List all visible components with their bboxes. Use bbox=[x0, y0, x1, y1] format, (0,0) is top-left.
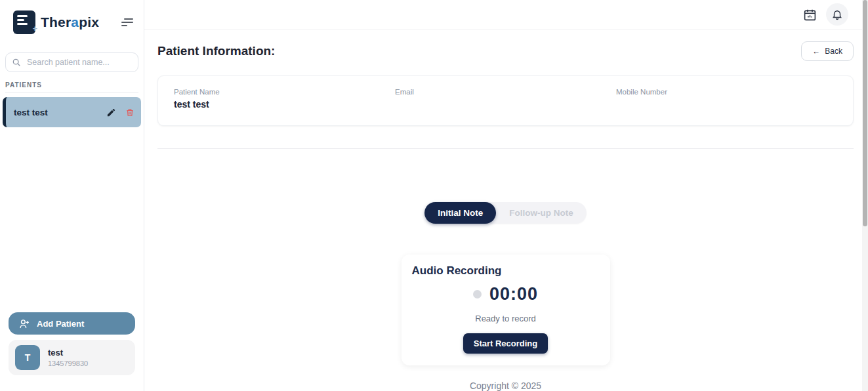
brand-part-3: pix bbox=[79, 14, 99, 30]
profile-info: test 1345799830 bbox=[48, 348, 88, 367]
field-value bbox=[616, 99, 837, 110]
field-value bbox=[395, 99, 616, 110]
field-patient-name: Patient Name test test bbox=[174, 88, 395, 110]
start-recording-button[interactable]: Start Recording bbox=[463, 333, 548, 354]
brand-part-2: a bbox=[71, 14, 79, 30]
section-divider bbox=[157, 148, 854, 149]
tab-follow-up-note[interactable]: Follow-up Note bbox=[496, 202, 586, 224]
timer-row: 00:00 bbox=[412, 284, 600, 304]
field-label: Email bbox=[395, 88, 616, 96]
content: Patient Information: ← Back Patient Name… bbox=[144, 30, 868, 391]
audio-row: Audio Recording 00:00 Ready to record St… bbox=[157, 255, 854, 365]
field-label: Patient Name bbox=[174, 88, 395, 96]
topbar bbox=[144, 0, 868, 30]
bell-icon bbox=[831, 9, 843, 20]
field-value: test test bbox=[174, 99, 395, 110]
sidebar-collapse-icon[interactable] bbox=[119, 14, 136, 31]
recording-status-text: Ready to record bbox=[412, 314, 600, 323]
recording-timer: 00:00 bbox=[489, 284, 538, 304]
patient-info-card: Patient Name test test Email Mobile Numb… bbox=[157, 75, 854, 126]
note-tabs: Initial Note Follow-up Note bbox=[424, 202, 587, 224]
audio-recording-card: Audio Recording 00:00 Ready to record St… bbox=[402, 255, 610, 365]
patient-actions bbox=[106, 108, 134, 117]
audio-card-title: Audio Recording bbox=[412, 264, 600, 278]
back-arrow-icon: ← bbox=[812, 47, 820, 56]
add-user-icon bbox=[19, 318, 30, 329]
main-area: Patient Information: ← Back Patient Name… bbox=[144, 0, 868, 391]
page-header-row: Patient Information: ← Back bbox=[157, 41, 854, 61]
patient-list-item[interactable]: test test bbox=[3, 97, 141, 127]
app-root: + Therapix PATIENTS test test bbox=[0, 0, 868, 391]
page-title: Patient Information: bbox=[157, 44, 275, 58]
add-patient-button[interactable]: Add Patient bbox=[9, 312, 135, 335]
patient-search bbox=[5, 52, 138, 72]
calendar-icon[interactable] bbox=[803, 8, 817, 22]
record-indicator-dot bbox=[473, 290, 482, 298]
logo-row: + Therapix bbox=[0, 0, 144, 43]
patients-divider bbox=[5, 93, 138, 93]
scrollbar-thumb[interactable] bbox=[863, 0, 867, 226]
avatar: T bbox=[15, 345, 40, 370]
field-mobile-number: Mobile Number bbox=[616, 88, 837, 110]
patient-name: test test bbox=[14, 108, 48, 117]
scrollbar-track[interactable] bbox=[862, 0, 868, 391]
search-input[interactable] bbox=[5, 52, 138, 72]
edit-patient-icon[interactable] bbox=[106, 108, 116, 117]
tab-initial-note[interactable]: Initial Note bbox=[424, 202, 496, 224]
brand-part-1: Ther bbox=[41, 14, 71, 30]
profile-phone: 1345799830 bbox=[48, 360, 88, 367]
add-patient-label: Add Patient bbox=[37, 319, 84, 329]
delete-patient-icon[interactable] bbox=[125, 108, 134, 117]
field-email: Email bbox=[395, 88, 616, 110]
copyright-text: Copyright © 2025 bbox=[157, 381, 854, 391]
field-label: Mobile Number bbox=[616, 88, 837, 96]
back-button[interactable]: ← Back bbox=[801, 41, 854, 61]
back-label: Back bbox=[825, 47, 842, 56]
therapix-logo-icon: + bbox=[13, 10, 35, 34]
user-profile-card[interactable]: T test 1345799830 bbox=[9, 340, 135, 375]
patients-section-label: PATIENTS bbox=[5, 81, 138, 89]
brand-name: Therapix bbox=[41, 14, 99, 30]
note-tabs-row: Initial Note Follow-up Note bbox=[157, 202, 854, 224]
sidebar: + Therapix PATIENTS test test bbox=[0, 0, 144, 391]
profile-name: test bbox=[48, 348, 88, 358]
notifications-button[interactable] bbox=[826, 3, 848, 26]
search-icon bbox=[12, 58, 21, 67]
